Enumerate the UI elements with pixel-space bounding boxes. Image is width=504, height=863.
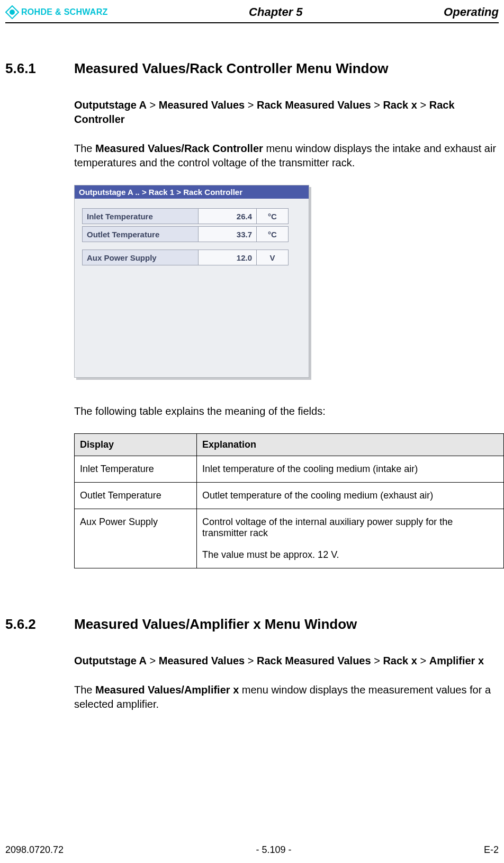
- field-unit: °C: [257, 208, 289, 224]
- section-number: 5.6.2: [5, 616, 53, 633]
- field-label: Inlet Temperature: [82, 208, 199, 224]
- panel-titlebar: Outputstage A .. > Rack 1 > Rack Control…: [75, 185, 309, 199]
- field-value: 12.0: [199, 250, 257, 265]
- field-outlet-temperature: Outlet Temperature 33.7 °C: [82, 226, 301, 242]
- field-label: Outlet Temperature: [82, 226, 199, 242]
- field-value: 33.7: [199, 226, 257, 242]
- header-chapter: Chapter 5: [249, 5, 302, 19]
- footer-left: 2098.0720.72: [5, 844, 64, 856]
- field-aux-power-supply: Aux Power Supply 12.0 V: [82, 250, 301, 265]
- svg-point-1: [10, 10, 15, 15]
- field-inlet-temperature: Inlet Temperature 26.4 °C: [82, 208, 301, 224]
- field-value: 26.4: [199, 208, 257, 224]
- td-display: Aux Power Supply: [75, 509, 197, 568]
- table-row: Inlet Temperature Inlet temperature of t…: [75, 456, 504, 483]
- page-footer: 2098.0720.72 - 5.109 - E-2: [5, 844, 499, 856]
- field-unit: °C: [257, 226, 289, 242]
- header-right: Operating: [444, 5, 499, 19]
- field-unit: V: [257, 250, 289, 265]
- page-header: ROHDE & SCHWARZ Chapter 5 Operating: [5, 5, 499, 22]
- intro-paragraph-561: The Measured Values/Rack Controller menu…: [74, 141, 499, 170]
- th-explanation: Explanation: [197, 434, 504, 456]
- td-display: Outlet Temperature: [75, 483, 197, 509]
- explanation-table: Display Explanation Inlet Temperature In…: [74, 433, 504, 568]
- td-explanation: Outlet temperature of the cooling medium…: [197, 483, 504, 509]
- intro-paragraph-562: The Measured Values/Amplifier x menu win…: [74, 683, 499, 711]
- rack-controller-panel: Outputstage A .. > Rack 1 > Rack Control…: [74, 185, 309, 378]
- th-display: Display: [75, 434, 197, 456]
- section-heading-561: 5.6.1 Measured Values/Rack Controller Me…: [5, 60, 499, 77]
- table-intro: The following table explains the meaning…: [74, 404, 499, 419]
- section-number: 5.6.1: [5, 60, 53, 77]
- section-title: Measured Values/Rack Controller Menu Win…: [74, 60, 389, 77]
- footer-center: - 5.109 -: [256, 844, 292, 856]
- diamond-icon: [5, 5, 19, 19]
- footer-right: E-2: [484, 844, 499, 856]
- breadcrumb-561: Outputstage A > Measured Values > Rack M…: [74, 98, 499, 127]
- breadcrumb-562: Outputstage A > Measured Values > Rack M…: [74, 654, 499, 668]
- table-row: Aux Power Supply Control voltage of the …: [75, 509, 504, 568]
- brand-logo: ROHDE & SCHWARZ: [5, 5, 108, 19]
- td-explanation: Control voltage of the internal auxiliar…: [197, 509, 504, 568]
- td-display: Inlet Temperature: [75, 456, 197, 483]
- table-row: Outlet Temperature Outlet temperature of…: [75, 483, 504, 509]
- panel-body: Inlet Temperature 26.4 °C Outlet Tempera…: [75, 199, 309, 277]
- td-explanation: Inlet temperature of the cooling medium …: [197, 456, 504, 483]
- field-label: Aux Power Supply: [82, 250, 199, 265]
- section-title: Measured Values/Amplifier x Menu Window: [74, 616, 357, 633]
- section-heading-562: 5.6.2 Measured Values/Amplifier x Menu W…: [5, 616, 499, 633]
- brand-text: ROHDE & SCHWARZ: [21, 7, 108, 17]
